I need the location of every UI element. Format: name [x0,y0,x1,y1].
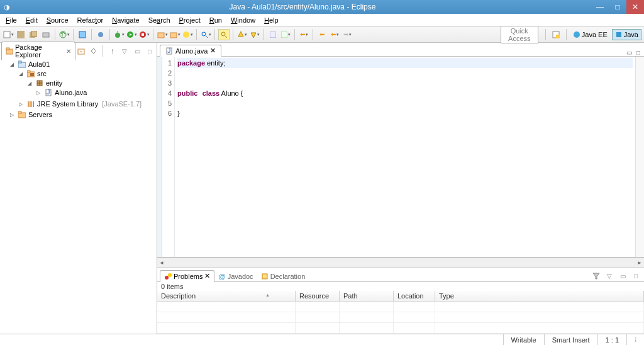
maximize-view-icon[interactable]: □ [144,45,155,57]
minimize-view-icon[interactable]: ▭ [131,45,143,57]
menu-file[interactable]: File [1,15,21,25]
status-menu-icon[interactable]: ⁞ [626,334,644,345]
tree-servers-label: Servers [28,111,52,118]
close-icon[interactable]: ✕ [66,48,71,55]
menu-help[interactable]: Help [260,15,283,25]
col-path[interactable]: Path [340,291,394,301]
menu-window[interactable]: Window [226,15,260,25]
new-type-button[interactable] [182,29,193,40]
build-button[interactable] [58,29,70,40]
pin-editor-button[interactable] [280,29,291,40]
tree-src[interactable]: ◢ src [19,69,155,78]
expand-icon[interactable]: ◢ [10,62,16,67]
search-button[interactable] [218,29,230,40]
package-explorer-tree[interactable]: ◢ Aula01 ◢ src [1,58,155,332]
menu-search[interactable]: Search [144,15,175,25]
tree-jre[interactable]: ▷ JRE System Library [JavaSE-1.7] [19,99,155,108]
new-button[interactable] [3,29,14,40]
save-button[interactable] [15,29,26,40]
new-class-button[interactable] [169,29,180,40]
editor-hscrollbar[interactable] [157,257,644,268]
code-editor[interactable]: package entity; public class Aluno { } [175,57,635,257]
close-icon[interactable]: ✕ [210,47,216,55]
perspective-java[interactable]: Java [612,29,641,40]
tree-servers[interactable]: ▷ Servers [10,110,155,119]
col-type[interactable]: Type [435,291,644,301]
separator [214,29,215,40]
minimize-view-icon[interactable]: ▭ [617,270,628,281]
line-number-gutter[interactable]: 1 2 3 4 5 6 [162,57,175,257]
open-perspective-button[interactable] [549,29,563,40]
back-button[interactable]: ⬅ [298,29,309,40]
menu-project[interactable]: Project [175,15,205,25]
close-icon[interactable]: ✕ [204,272,210,280]
nav-back-button[interactable]: ⬅ [316,29,328,40]
nav-back-menu[interactable]: ⬅ [329,29,340,40]
expand-icon[interactable]: ▷ [10,112,16,118]
code-keyword: public [177,89,197,97]
table-row[interactable] [157,302,644,312]
status-insert-mode[interactable]: Smart Insert [544,334,597,345]
new-package-button[interactable] [157,29,168,40]
menu-refactor[interactable]: Refactor [73,15,108,25]
maximize-view-icon[interactable]: □ [630,270,641,281]
problems-table[interactable]: Description Resource Path Location Type [157,291,644,334]
folder-icon [18,110,26,119]
tab-javadoc[interactable]: @ Javadoc [214,271,257,281]
menu-navigate[interactable]: Navigate [108,15,143,25]
debug-button[interactable] [113,29,125,40]
menu-run[interactable]: Run [205,15,226,25]
filters-icon[interactable]: ⁞ [106,45,118,57]
expand-icon[interactable]: ▷ [36,90,42,96]
col-description[interactable]: Description [157,291,296,301]
maximize-button[interactable]: □ [609,0,626,14]
expand-icon[interactable]: ▷ [19,101,25,107]
table-row[interactable] [157,312,644,323]
run-last-button[interactable] [138,29,150,40]
status-cursor-position[interactable]: 1 : 1 [597,334,626,345]
toggle-breadcrumb-button[interactable] [77,29,88,40]
maximize-editor-icon[interactable]: □ [635,49,641,56]
quick-access-input[interactable]: Quick Access [501,26,538,43]
skip-breakpoints-button[interactable] [95,29,106,40]
table-row[interactable] [157,323,644,334]
tree-package[interactable]: ◢ entity [28,79,155,88]
status-writable[interactable]: Writable [503,334,544,345]
tree-project[interactable]: ◢ Aula01 [10,60,155,69]
annotation-next-button[interactable] [249,29,260,40]
annotation-prev-button[interactable] [236,29,248,40]
overview-ruler[interactable] [635,57,644,257]
minimize-editor-icon[interactable]: ▭ [625,49,633,56]
tree-java-file[interactable]: ▷ J Aluno.java [36,88,155,97]
expand-icon[interactable]: ◢ [28,81,33,86]
separator [109,29,110,40]
print-button[interactable] [40,29,52,40]
menu-edit[interactable]: Edit [21,15,42,25]
close-button[interactable]: ✕ [626,0,644,14]
minimize-button[interactable]: — [591,0,609,14]
run-button[interactable] [126,29,137,40]
col-location[interactable]: Location [394,291,435,301]
tab-problems[interactable]: Problems ✕ [160,270,214,282]
marker-bar[interactable] [157,57,162,257]
last-edit-button[interactable] [267,29,279,40]
collapse-all-icon[interactable] [75,45,87,57]
eclipse-icon: ◑ [0,3,14,11]
filter-icon[interactable] [591,270,602,281]
col-resource[interactable]: Resource [296,291,340,301]
open-type-button[interactable] [200,29,211,40]
editor-tab-aluno[interactable]: J Aluno.java ✕ [160,45,221,57]
svg-rect-44 [18,111,21,113]
separator [103,45,103,57]
perspective-javaee[interactable]: Java EE [570,29,611,40]
nav-forward-button[interactable]: ➡ [341,29,353,40]
view-menu-icon[interactable]: ▽ [604,270,615,281]
link-editor-icon[interactable] [88,45,99,57]
view-menu-icon[interactable]: ▽ [119,45,130,57]
expand-icon[interactable]: ◢ [19,71,25,77]
menu-source[interactable]: Source [42,15,73,25]
save-all-button[interactable] [28,29,39,40]
problems-count: 0 items [157,282,644,291]
editor-tab-label: Aluno.java [175,47,208,55]
tab-declaration[interactable]: Declaration [257,271,309,281]
